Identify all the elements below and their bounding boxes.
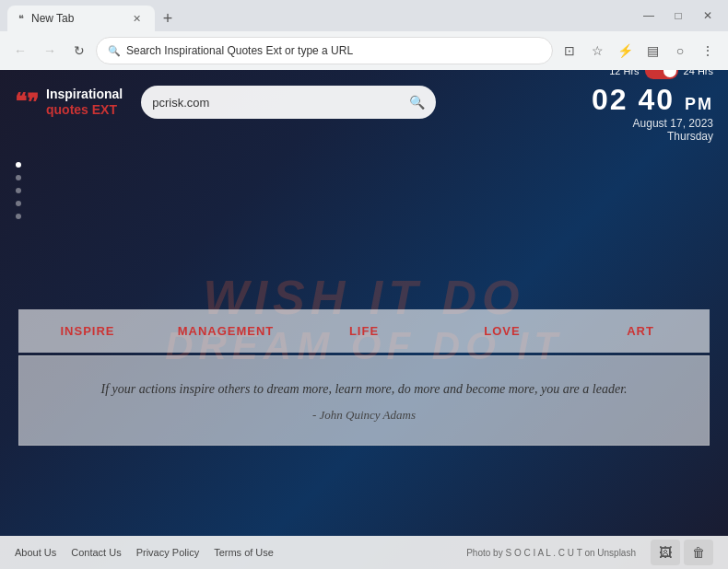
- sidebar-icon[interactable]: ▤: [640, 38, 665, 64]
- search-submit-icon[interactable]: 🔍: [409, 95, 425, 110]
- time-period: PM: [685, 95, 713, 113]
- minimize-button[interactable]: —: [636, 3, 662, 29]
- menu-icon[interactable]: ⋮: [695, 38, 721, 64]
- search-container: 🔍: [141, 86, 436, 119]
- time-display: 02 40 PM: [592, 83, 713, 117]
- dot-1[interactable]: [16, 162, 21, 168]
- label-24hr: 24 Hrs: [684, 70, 713, 76]
- profile-icon[interactable]: ○: [667, 38, 693, 64]
- dot-5[interactable]: [16, 214, 21, 219]
- cast-icon[interactable]: ⊡: [557, 38, 582, 64]
- window-controls: — □ ✕: [636, 3, 721, 29]
- active-tab[interactable]: ❝ New Tab ✕: [7, 6, 155, 31]
- quote-box: If your actions inspire others to dream …: [18, 355, 710, 446]
- maximize-button[interactable]: □: [665, 3, 691, 29]
- footer-link-about[interactable]: About Us: [15, 547, 56, 558]
- page-content: WISH IT DO DREAM OF DO IT ❝❞ Inspiration…: [0, 70, 728, 569]
- page-header: ❝❞ Inspirational quotes EXT 🔍 12 Hrs: [0, 70, 728, 134]
- tab-art[interactable]: ART: [571, 309, 710, 353]
- security-icon: 🔍: [108, 45, 121, 57]
- browser-chrome: ❝ New Tab ✕ + — □ ✕ ← → ↻ 🔍 Search Inspi…: [0, 0, 728, 70]
- tab-life[interactable]: LIFE: [295, 309, 433, 353]
- logo-line1: Inspirational: [46, 87, 123, 102]
- date-display: August 17, 2023: [592, 117, 713, 130]
- quote-author: - John Quincy Adams: [49, 408, 679, 423]
- footer-action-icons: 🖼 🗑: [651, 540, 713, 565]
- tab-favicon: ❝: [18, 13, 24, 25]
- title-bar: ❝ New Tab ✕ + — □ ✕: [0, 0, 728, 31]
- url-text: Search Inspirational Quotes Ext or type …: [126, 44, 541, 57]
- extensions-icon[interactable]: ⚡: [612, 38, 638, 64]
- quote-text: If your actions inspire others to dream …: [49, 378, 679, 401]
- search-bar[interactable]: 🔍: [141, 86, 436, 119]
- logo-text: Inspirational quotes EXT: [46, 87, 123, 118]
- dot-2[interactable]: [16, 175, 21, 180]
- label-12hr: 12 Hrs: [609, 70, 639, 76]
- day-display: Thursday: [592, 130, 713, 143]
- delete-icon[interactable]: 🗑: [684, 540, 713, 565]
- tab-area: ❝ New Tab ✕ +: [7, 0, 632, 31]
- toggle-knob: [663, 70, 676, 77]
- close-button[interactable]: ✕: [695, 3, 721, 29]
- time-value: 02 40: [592, 83, 675, 116]
- format-toggle-switch[interactable]: [645, 70, 678, 79]
- clock-area: 12 Hrs 24 Hrs 02 40 PM August 17, 2023 T…: [592, 70, 713, 143]
- url-bar[interactable]: 🔍 Search Inspirational Quotes Ext or typ…: [96, 37, 553, 64]
- reload-button[interactable]: ↻: [66, 38, 92, 64]
- page-footer: About Us Contact Us Privacy Policy Terms…: [0, 536, 728, 569]
- new-tab-button[interactable]: +: [155, 6, 181, 31]
- dot-3[interactable]: [16, 188, 21, 193]
- wallpaper-icon[interactable]: 🖼: [651, 540, 680, 565]
- footer-link-privacy[interactable]: Privacy Policy: [136, 547, 199, 558]
- search-input[interactable]: [152, 96, 402, 110]
- tab-title: New Tab: [31, 12, 74, 25]
- tab-love[interactable]: LOVE: [433, 309, 571, 353]
- dot-4[interactable]: [16, 201, 21, 206]
- logo-quotemark: ❝❞: [15, 91, 39, 113]
- forward-button[interactable]: →: [37, 38, 63, 64]
- address-bar: ← → ↻ 🔍 Search Inspirational Quotes Ext …: [0, 31, 728, 70]
- category-tabs: INSPIRE MANAGEMENT LIFE LOVE ART: [18, 309, 710, 353]
- tab-close-button[interactable]: ✕: [129, 11, 144, 26]
- time-format-toggle: 12 Hrs 24 Hrs: [592, 70, 713, 79]
- tab-inspire[interactable]: INSPIRE: [18, 309, 157, 353]
- tab-management[interactable]: MANAGEMENT: [157, 309, 295, 353]
- toolbar-icons: ⊡ ☆ ⚡ ▤ ○ ⋮: [557, 38, 721, 64]
- logo-line2: quotes EXT: [46, 102, 123, 118]
- footer-link-contact[interactable]: Contact Us: [71, 547, 121, 558]
- photo-credit: Photo by S O C I A L . C U T on Unsplash: [466, 548, 636, 558]
- footer-link-terms[interactable]: Terms of Use: [214, 547, 274, 558]
- bookmark-icon[interactable]: ☆: [584, 38, 610, 64]
- back-button[interactable]: ←: [7, 38, 33, 64]
- logo-area: ❝❞ Inspirational quotes EXT: [15, 87, 123, 118]
